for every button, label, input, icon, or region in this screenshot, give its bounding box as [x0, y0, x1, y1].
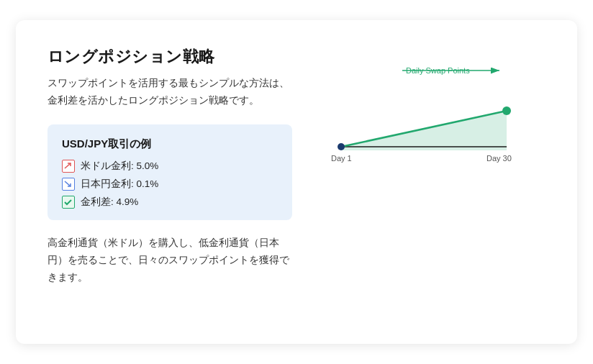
rate-label-usd: 米ドル金利: 5.0% — [81, 160, 158, 173]
start-dot — [338, 143, 345, 150]
example-box: USD/JPY取引の例 米ドル金利: 5.0% — [47, 124, 292, 220]
right-column: Daily Swap Points Day 1 Day 30 — [309, 46, 546, 183]
end-dot — [502, 106, 511, 115]
svg-line-0 — [65, 163, 71, 168]
page-title: ロングポジション戦略 — [47, 46, 292, 68]
rate-item-usd: 米ドル金利: 5.0% — [62, 160, 278, 173]
rate-label-diff: 金利差: 4.9% — [81, 196, 138, 209]
chart-container: Daily Swap Points Day 1 Day 30 — [320, 53, 535, 183]
chart-svg: Daily Swap Points Day 1 Day 30 — [320, 53, 535, 183]
rate-item-jpy: 日本円金利: 0.1% — [62, 178, 278, 191]
rate-icon-jpy — [62, 178, 75, 191]
page-description: スワップポイントを活用する最もシンプルな方法は、金利差を活かしたロングポジション… — [47, 75, 292, 110]
left-column: ロングポジション戦略 スワップポイントを活用する最もシンプルな方法は、金利差を活… — [47, 46, 292, 286]
content-row: ロングポジション戦略 スワップポイントを活用する最もシンプルな方法は、金利差を活… — [47, 46, 546, 286]
example-title: USD/JPY取引の例 — [62, 137, 278, 151]
main-card: ロングポジション戦略 スワップポイントを活用する最もシンプルな方法は、金利差を活… — [16, 20, 577, 344]
day1-label: Day 1 — [331, 154, 352, 163]
bottom-description: 高金利通貨（米ドル）を購入し、低金利通貨（日本円）を売ることで、日々のスワップポ… — [47, 235, 292, 287]
rate-icon-diff — [62, 196, 75, 209]
rate-icon-usd — [62, 160, 75, 173]
rate-item-diff: 金利差: 4.9% — [62, 196, 278, 209]
rate-label-jpy: 日本円金利: 0.1% — [81, 178, 158, 191]
day30-label: Day 30 — [486, 154, 512, 163]
svg-line-1 — [65, 181, 71, 186]
